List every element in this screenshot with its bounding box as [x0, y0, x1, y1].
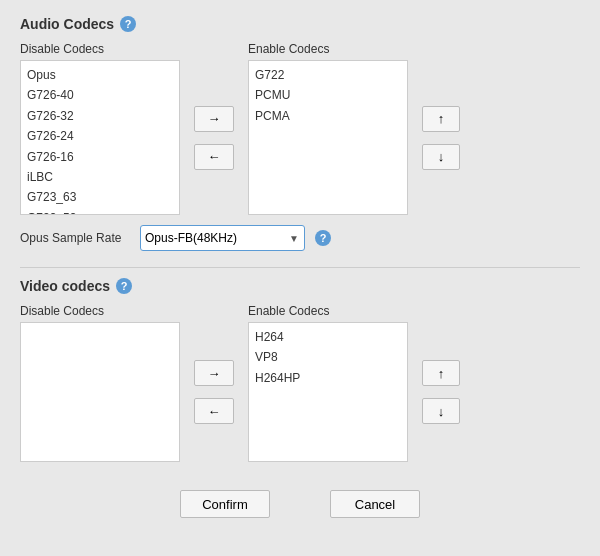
video-title-text: Video codecs — [20, 278, 110, 294]
video-enable-panel: Enable Codecs H264 VP8 H264HP — [248, 304, 408, 462]
list-item[interactable]: iLBC — [25, 167, 175, 187]
audio-codecs-section: Audio Codecs ? Disable Codecs Opus G726-… — [20, 16, 580, 251]
confirm-button[interactable]: Confirm — [180, 490, 270, 518]
audio-enable-panel: Enable Codecs G722 PCMU PCMA — [248, 42, 408, 215]
video-enabled-list[interactable]: H264 VP8 H264HP — [248, 322, 408, 462]
audio-disable-label: Disable Codecs — [20, 42, 180, 56]
video-move-down-button[interactable]: ↓ — [422, 398, 460, 424]
opus-select-wrapper: Opus-FB(48KHz) Opus-FB(16KHz) Opus-FB(8K… — [140, 225, 305, 251]
video-move-left-button[interactable]: ← — [194, 398, 234, 424]
video-disable-panel: Disable Codecs — [20, 304, 180, 462]
audio-codecs-row: Disable Codecs Opus G726-40 G726-32 G726… — [20, 42, 580, 215]
video-arrow-buttons: → ← — [180, 360, 248, 424]
video-disable-label: Disable Codecs — [20, 304, 180, 318]
opus-sample-rate-select[interactable]: Opus-FB(48KHz) Opus-FB(16KHz) Opus-FB(8K… — [140, 225, 305, 251]
list-item[interactable]: Opus — [25, 65, 175, 85]
video-help-icon[interactable]: ? — [116, 278, 132, 294]
footer: Confirm Cancel — [20, 480, 580, 518]
list-item[interactable]: G726-32 — [25, 106, 175, 126]
audio-enabled-list[interactable]: G722 PCMU PCMA — [248, 60, 408, 215]
audio-move-right-button[interactable]: → — [194, 106, 234, 132]
audio-move-left-button[interactable]: ← — [194, 144, 234, 170]
list-item[interactable]: G726-40 — [25, 85, 175, 105]
list-item[interactable]: G723_63 — [25, 187, 175, 207]
audio-disable-panel: Disable Codecs Opus G726-40 G726-32 G726… — [20, 42, 180, 215]
audio-title-text: Audio Codecs — [20, 16, 114, 32]
audio-arrow-buttons: → ← — [180, 106, 248, 170]
opus-rate-row: Opus Sample Rate Opus-FB(48KHz) Opus-FB(… — [20, 225, 580, 251]
video-disabled-list[interactable] — [20, 322, 180, 462]
audio-enable-label: Enable Codecs — [248, 42, 408, 56]
video-codecs-section: Video codecs ? Disable Codecs → ← Enable… — [20, 278, 580, 462]
list-item[interactable]: G726-16 — [25, 147, 175, 167]
audio-updown-buttons: ↑ ↓ — [408, 106, 474, 170]
audio-move-up-button[interactable]: ↑ — [422, 106, 460, 132]
video-move-up-button[interactable]: ↑ — [422, 360, 460, 386]
audio-disabled-list[interactable]: Opus G726-40 G726-32 G726-24 G726-16 iLB… — [20, 60, 180, 215]
video-enable-label: Enable Codecs — [248, 304, 408, 318]
section-divider — [20, 267, 580, 268]
audio-section-title: Audio Codecs ? — [20, 16, 580, 32]
opus-rate-label: Opus Sample Rate — [20, 231, 130, 245]
audio-help-icon[interactable]: ? — [120, 16, 136, 32]
opus-help-icon[interactable]: ? — [315, 230, 331, 246]
list-item[interactable]: VP8 — [253, 347, 403, 367]
list-item[interactable]: PCMU — [253, 85, 403, 105]
video-codecs-row: Disable Codecs → ← Enable Codecs H264 VP… — [20, 304, 580, 462]
list-item[interactable]: PCMA — [253, 106, 403, 126]
list-item[interactable]: G726-24 — [25, 126, 175, 146]
audio-move-down-button[interactable]: ↓ — [422, 144, 460, 170]
video-move-right-button[interactable]: → — [194, 360, 234, 386]
list-item[interactable]: H264HP — [253, 368, 403, 388]
list-item[interactable]: G722 — [253, 65, 403, 85]
cancel-button[interactable]: Cancel — [330, 490, 420, 518]
list-item[interactable]: H264 — [253, 327, 403, 347]
video-updown-buttons: ↑ ↓ — [408, 360, 474, 424]
video-section-title: Video codecs ? — [20, 278, 580, 294]
list-item[interactable]: G723_53 — [25, 208, 175, 215]
